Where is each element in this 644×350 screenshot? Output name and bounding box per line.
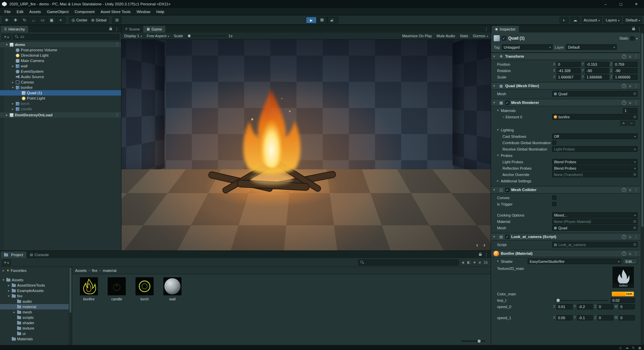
pan-tool-button[interactable] [2,17,11,23]
asset-item-candle[interactable]: candle [106,277,127,301]
foldout-icon[interactable] [6,114,10,117]
kebab-menu-icon[interactable] [634,84,638,88]
slider-handle[interactable] [478,340,481,343]
rotation-z-field[interactable]: -90 [613,68,638,73]
anchor-override-field[interactable]: None (Transform) [552,172,638,177]
scale-y-field[interactable]: 1.666666 [585,74,609,80]
thumbnail-size-slider[interactable] [461,341,485,342]
step-button[interactable] [327,17,338,23]
foldout-icon[interactable] [13,311,17,314]
foldout-icon[interactable] [6,43,10,46]
scrollbar-thumb[interactable] [641,33,643,227]
tree-item-material[interactable]: material [0,304,69,309]
color-main-swatch[interactable]: HDR [612,292,634,296]
position-z-field[interactable]: 0.759 [613,62,638,67]
scale-z-field[interactable]: 1.666666 [613,74,638,80]
move-tool-button[interactable] [11,17,20,23]
component-enabled-checkbox[interactable] [505,235,509,239]
color-mode-button[interactable] [559,17,569,23]
tree-item-favorites[interactable]: Favorites [0,268,69,273]
scene-row-demo[interactable]: demo [0,42,121,47]
position-y-field[interactable]: -0.153 [585,62,609,67]
tree-item-mesh[interactable]: mesh [0,309,69,315]
project-search[interactable] [358,259,459,266]
cooking-options-dropdown[interactable]: Mixed... [552,212,638,218]
hierarchy-add-button[interactable] [2,34,11,40]
hierarchy-item-main-camera[interactable]: Main Camera [0,58,121,63]
presets-icon[interactable] [629,188,631,192]
breadcrumb-material[interactable]: material [103,269,116,273]
script-object-field[interactable]: Look_at_camera [552,242,638,247]
foldout-icon[interactable] [493,84,497,88]
hierarchy-search[interactable] [13,34,119,40]
presets-icon[interactable] [629,251,631,255]
reflection-probes-dropdown[interactable]: Blend Probes [552,165,638,171]
tree-item-assetstoretools[interactable]: AssetStoreTools [0,283,69,288]
kebab-menu-icon[interactable] [115,27,119,31]
speed0-z-field[interactable]: 0 [597,304,614,309]
foldout-icon[interactable] [3,269,6,272]
tree-item-fire[interactable]: fire [0,293,69,299]
tree-item-assets[interactable]: Assets [0,277,69,283]
tag-dropdown[interactable]: Untagged [502,44,553,50]
pivot-toggle-button[interactable]: Center [69,17,90,23]
menu-window[interactable]: Window [133,8,153,15]
static-checkbox[interactable] [630,36,635,41]
speed1-w-field[interactable]: 0 [619,315,635,320]
project-search-input[interactable] [366,260,459,265]
chevron-right-icon[interactable] [483,242,485,248]
foldout-icon[interactable] [493,101,497,104]
convex-checkbox[interactable] [552,195,556,200]
menu-file[interactable]: File [1,8,14,15]
breadcrumb-assets[interactable]: Assets [75,269,87,273]
foldout-icon[interactable] [493,235,497,238]
menu-component[interactable]: Component [71,8,97,15]
foldout-icon[interactable] [12,86,16,89]
lock-icon[interactable] [109,28,112,30]
chevron-down-icon[interactable] [636,37,638,40]
play-button[interactable] [306,17,317,23]
hidden-packages-icon[interactable] [479,260,481,264]
drag-handle-icon[interactable] [502,115,504,119]
help-icon[interactable] [622,84,626,88]
component-enabled-checkbox[interactable] [505,188,509,192]
foldout-icon[interactable] [493,55,497,58]
asset-item-wall[interactable]: wall [162,277,183,301]
help-icon[interactable] [622,188,626,192]
search-by-label-icon[interactable] [467,260,470,264]
tree-item-audio[interactable]: audio [0,299,69,304]
project-add-button[interactable] [2,259,11,266]
tab-game[interactable]: Game [143,26,165,33]
tree-item-ui[interactable]: ui [0,331,69,336]
tab-console[interactable]: Console [26,251,52,258]
asset-item-bonfire[interactable]: bonfire [78,277,100,301]
refresh-status-icon[interactable] [632,346,635,350]
rotate-tool-button[interactable] [20,17,29,23]
materials-count-field[interactable]: 1 [623,108,638,113]
scale-slider-handle[interactable] [188,35,191,37]
hierarchy-item-directional-light[interactable]: Directional Light [0,53,121,58]
tree-item-materials[interactable]: Materials [0,336,69,342]
cast-shadows-dropdown[interactable]: Off [552,133,638,139]
tree-item-shader[interactable]: shader [0,320,69,326]
rotation-y-field[interactable]: -90 [585,68,609,73]
slider-handle[interactable] [556,299,560,302]
speed0-y-field[interactable]: -0.2 [577,304,593,309]
help-icon[interactable] [622,101,626,105]
component-enabled-checkbox[interactable] [505,101,509,105]
foldout-icon[interactable] [12,102,16,105]
tree-item-exampleassets[interactable]: ExampleAssets [0,288,69,293]
cloud-services-button[interactable] [571,17,580,23]
kebab-menu-icon[interactable] [484,253,488,257]
scale-tool-button[interactable] [29,17,38,23]
mesh-object-field[interactable]: Quad [552,91,638,97]
receive-gi-dropdown[interactable]: Light Probes [552,146,638,152]
foldout-icon[interactable] [12,108,16,111]
menu-asset-store-tools[interactable]: Asset Store Tools [98,8,133,15]
scale-slider[interactable] [186,36,226,36]
is-trigger-checkbox[interactable] [552,202,556,206]
kebab-menu-icon[interactable] [634,101,638,105]
space-toggle-button[interactable]: Global [90,17,109,23]
collider-mesh-field[interactable]: Quad [552,225,638,231]
texture-select-button[interactable]: Select [613,283,634,288]
